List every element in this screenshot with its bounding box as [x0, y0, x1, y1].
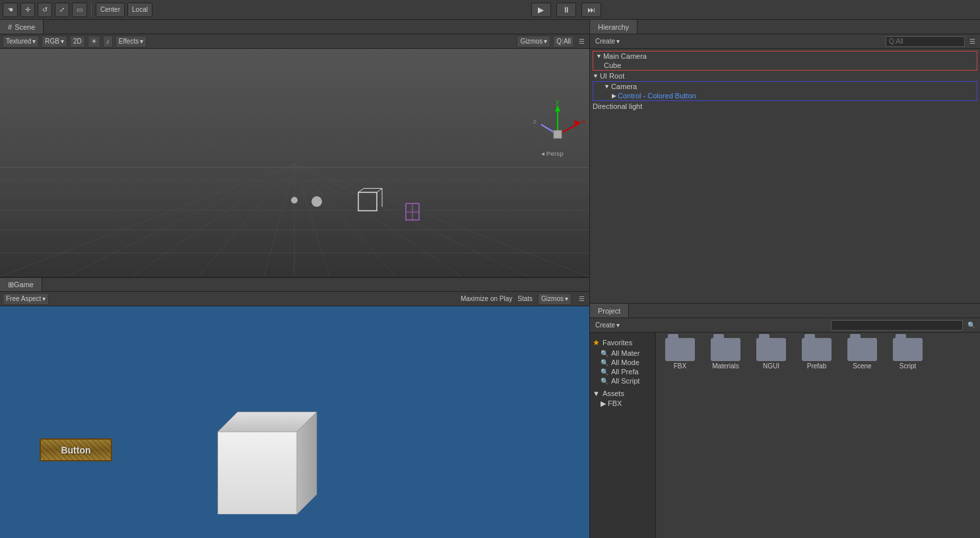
folder-grid: FBX Materials NGUI Prefab [659, 335, 977, 372]
center-button[interactable]: Center [96, 3, 125, 17]
svg-text:z: z [533, 118, 537, 125]
hierarchy-item-directional-light[interactable]: Directional light [590, 102, 980, 111]
project-tab-label: Project [598, 307, 620, 315]
rect-tool-button[interactable]: ▭ [72, 3, 87, 17]
game-tab-label: Game [14, 281, 34, 288]
fav-item-all-mater[interactable]: 🔍 All Mater [593, 349, 653, 358]
game-tab[interactable]: ⊞ Game [0, 278, 42, 291]
folder-item-materials[interactable]: Materials [704, 335, 747, 372]
item-label: Cube [604, 61, 621, 69]
fav-item-all-mode[interactable]: 🔍 All Mode [593, 358, 653, 367]
hierarchy-item-main-camera[interactable]: ▼ Main Camera [593, 51, 977, 61]
svg-rect-0 [0, 49, 589, 277]
play-controls: ▶ ⏸ ⏭ [155, 3, 977, 17]
scene-menu-icon[interactable]: ☰ [577, 37, 587, 46]
folder-icon-materials [711, 338, 740, 361]
rgb-dropdown[interactable]: RGB▾ [42, 36, 67, 48]
folder-item-prefab[interactable]: Prefab [795, 335, 838, 372]
scene-tab[interactable]: # Scene [0, 20, 44, 34]
scene-grid-svg: y x z ◂ Persp [0, 49, 589, 277]
scene-tab-bar: # Scene [0, 20, 589, 34]
fav-item-all-prefa[interactable]: 🔍 All Prefa [593, 367, 653, 376]
local-button[interactable]: Local [127, 3, 152, 17]
aspect-dropdown[interactable]: Free Aspect▾ [3, 293, 49, 305]
arrow-icon: ▼ [593, 73, 599, 79]
step-button[interactable]: ⏭ [581, 3, 601, 17]
svg-point-20 [311, 196, 322, 207]
search-button[interactable]: 🔍 [965, 321, 977, 329]
mode-2d-label: 2D [73, 38, 82, 45]
hierarchy-create-button[interactable]: Create▾ [593, 37, 622, 46]
hierarchy-tab-bar: Hierarchy [590, 20, 980, 34]
folder-item-ngui[interactable]: NGUI [750, 335, 793, 372]
scene-tab-label: Scene [15, 23, 35, 31]
asset-item-fbx[interactable]: ▶ FBX [593, 399, 653, 409]
hierarchy-item-colored-button[interactable]: ▶ Control - Colored Button [593, 91, 977, 100]
assets-section: ▼ Assets ▶ FBX [590, 387, 655, 410]
assets-arrow-icon: ▼ [593, 389, 600, 397]
hierarchy-item-cube[interactable]: Cube [593, 61, 977, 70]
svg-marker-39 [218, 432, 297, 514]
game-cube [211, 405, 323, 514]
game-menu-icon[interactable]: ☰ [577, 294, 587, 303]
hierarchy-tab[interactable]: Hierarchy [590, 20, 637, 34]
game-ui-button[interactable]: Button [40, 438, 112, 461]
arrow-icon: ▼ [596, 53, 602, 59]
favorites-label: Favorites [603, 339, 632, 347]
textured-dropdown[interactable]: Textured▾ [3, 36, 39, 48]
game-tab-bar: ⊞ Game [0, 277, 589, 292]
project-tab[interactable]: Project [590, 304, 629, 318]
project-content: ★ Favorites 🔍 All Mater 🔍 All Mode � [590, 333, 980, 538]
game-canvas[interactable]: Button [0, 306, 589, 538]
pause-button[interactable]: ⏸ [556, 3, 576, 17]
mode-2d-dropdown[interactable]: 2D [70, 36, 85, 48]
folder-item-scene[interactable]: Scene [841, 335, 884, 372]
lighting-toggle[interactable]: ☀ [88, 36, 100, 48]
folder-label-materials: Materials [712, 362, 739, 370]
effects-label: Effects [119, 38, 139, 45]
folder-label-fbx: FBX [674, 362, 686, 370]
folder-label-prefab: Prefab [807, 362, 826, 370]
audio-toggle[interactable]: ♪ [103, 36, 113, 48]
project-tab-bar: Project [590, 304, 980, 318]
favorites-header[interactable]: ★ Favorites [593, 337, 653, 349]
folder-item-fbx[interactable]: FBX [659, 335, 702, 372]
fav-item-all-script[interactable]: 🔍 All Script [593, 376, 653, 386]
project-search-input[interactable] [831, 320, 963, 331]
search-all-scene[interactable]: Q:All [553, 36, 574, 48]
stats-label[interactable]: Stats [517, 295, 533, 302]
all-scene-label: Q:All [556, 38, 571, 45]
hierarchy-item-camera[interactable]: ▼ Camera [593, 82, 977, 91]
play-button[interactable]: ▶ [531, 3, 551, 17]
game-view: ⊞ Game Free Aspect▾ Maximize on Play Sta… [0, 277, 589, 538]
item-label: Main Camera [603, 52, 647, 60]
fav-label: All Mode [611, 358, 639, 366]
hierarchy-search-input[interactable] [886, 36, 965, 47]
game-gizmos-dropdown[interactable]: Gizmos▾ [538, 293, 572, 305]
right-panel: Hierarchy Create▾ ☰ ▼ Main Camera [589, 20, 980, 538]
hand-tool-button[interactable]: ☚ [3, 3, 18, 17]
rotate-tool-button[interactable]: ↺ [38, 3, 52, 17]
scene-icon: # [8, 23, 12, 31]
local-label: Local [132, 6, 148, 13]
scale-tool-button[interactable]: ⤢ [55, 3, 69, 17]
hierarchy-content: ▼ Main Camera Cube ▼ UI Root ▼ Camera [590, 49, 980, 303]
move-tool-button[interactable]: ✛ [20, 3, 35, 17]
svg-point-19 [291, 197, 298, 203]
svg-rect-34 [554, 131, 562, 139]
item-label: Directional light [593, 102, 642, 110]
item-label: UI Root [600, 72, 624, 80]
scene-toolbar: Textured▾ RGB▾ 2D ☀ ♪ Effects▾ Gizmos▾ [0, 34, 589, 49]
separator-1 [91, 3, 92, 17]
gizmos-dropdown[interactable]: Gizmos▾ [517, 36, 550, 48]
project-create-button[interactable]: Create▾ [593, 321, 622, 329]
hierarchy-menu-icon[interactable]: ☰ [967, 37, 977, 46]
main-layout: # Scene Textured▾ RGB▾ 2D ☀ ♪ Effects▾ [0, 20, 980, 538]
assets-header[interactable]: ▼ Assets [593, 388, 653, 399]
item-label: Control - Colored Button [618, 92, 696, 100]
hierarchy-tab-label: Hierarchy [598, 23, 629, 31]
folder-item-script[interactable]: Script [886, 335, 929, 372]
effects-dropdown[interactable]: Effects▾ [115, 36, 147, 48]
scene-canvas[interactable]: y x z ◂ Persp [0, 49, 589, 277]
hierarchy-item-ui-root[interactable]: ▼ UI Root [590, 71, 980, 81]
